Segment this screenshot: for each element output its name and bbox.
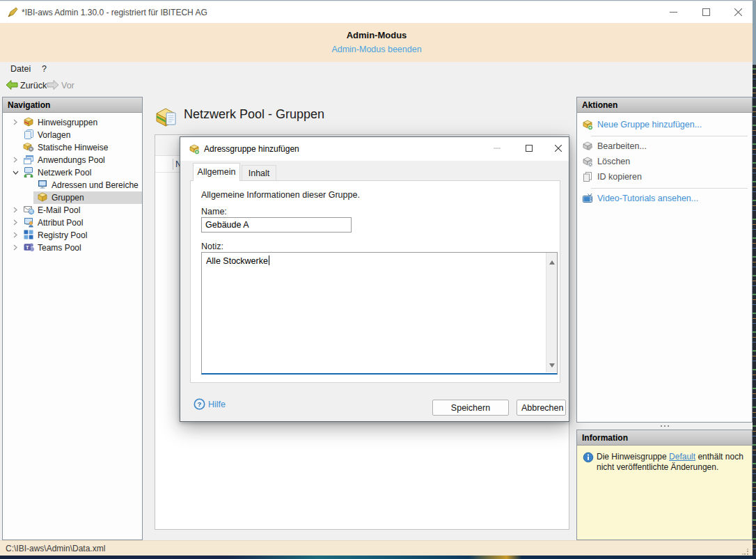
maximize-button[interactable] bbox=[691, 1, 722, 23]
dialog-minimize-button[interactable] bbox=[485, 139, 509, 158]
name-label: Name: bbox=[201, 207, 227, 216]
exit-admin-mode-link[interactable]: Admin-Modus beenden bbox=[0, 45, 753, 54]
close-button[interactable] bbox=[723, 1, 754, 23]
note-textarea[interactable]: Alle Stockwerke bbox=[201, 252, 558, 375]
sidebar-item-hinweisgruppen[interactable]: Hinweisgruppen bbox=[3, 116, 142, 129]
minimize-icon bbox=[670, 8, 677, 16]
cancel-button[interactable]: Abbrechen bbox=[517, 400, 566, 416]
applications-pool-icon bbox=[23, 154, 34, 167]
forward-button[interactable] bbox=[47, 79, 59, 93]
sidebar-item-label[interactable]: Netzwerk Pool bbox=[38, 168, 91, 178]
nav-toolbar: Zurück Vor bbox=[0, 76, 753, 94]
action-video-tutorials[interactable]: Video-Tutorials ansehen... bbox=[577, 191, 752, 205]
action-label: Bearbeiten... bbox=[597, 141, 647, 151]
dialog-description: Allgemeine Informationen dieser Gruppe. bbox=[201, 190, 360, 200]
addresses-icon bbox=[37, 179, 48, 192]
sidebar-item-netzwerk-pool[interactable]: Netzwerk Pool bbox=[3, 166, 142, 179]
sidebar-item-vorlagen[interactable]: Vorlagen bbox=[3, 129, 142, 141]
static-notices-icon bbox=[23, 141, 34, 155]
sidebar-item-label[interactable]: Hinweisgruppen bbox=[38, 118, 97, 127]
sidebar-item-label[interactable]: Attribut Pool bbox=[38, 218, 83, 228]
forward-arrow-icon bbox=[47, 79, 59, 90]
default-group-link[interactable]: Default bbox=[669, 452, 695, 462]
action-add-group[interactable]: Neue Gruppe hinzufügen... bbox=[577, 118, 752, 132]
back-button[interactable] bbox=[6, 79, 18, 93]
information-body: Die Hinweisgruppe Default enthält noch n… bbox=[577, 446, 752, 540]
title-bar: *IBI-aws Admin 1.30.0 - registriert für … bbox=[0, 1, 753, 23]
info-text-before: Die Hinweisgruppe bbox=[597, 452, 669, 462]
panel-splitter[interactable] bbox=[576, 423, 753, 430]
save-button[interactable]: Speichern bbox=[432, 400, 509, 416]
chevron-right-icon[interactable] bbox=[12, 218, 19, 228]
separator bbox=[591, 188, 748, 189]
templates-icon bbox=[23, 129, 34, 142]
chevron-right-icon[interactable] bbox=[12, 230, 19, 240]
sidebar-item-label[interactable]: E-Mail Pool bbox=[38, 205, 80, 215]
delete-icon bbox=[582, 156, 593, 170]
app-window: *IBI-aws Admin 1.30.0 - registriert für … bbox=[0, 0, 756, 559]
sidebar-item-email-pool[interactable]: @ E-Mail Pool bbox=[3, 204, 142, 216]
chevron-right-icon[interactable] bbox=[12, 118, 19, 127]
attribute-pool-icon bbox=[23, 216, 34, 230]
menu-help[interactable]: ? bbox=[39, 63, 49, 74]
action-label[interactable]: Neue Gruppe hinzufügen... bbox=[597, 120, 702, 129]
information-panel-header: Information bbox=[577, 430, 752, 446]
menu-datei[interactable]: Datei bbox=[8, 63, 33, 74]
action-copy-id: ID kopieren bbox=[577, 170, 752, 184]
help-icon[interactable]: ? bbox=[194, 398, 205, 413]
dialog-close-button[interactable] bbox=[546, 139, 570, 158]
close-icon bbox=[734, 8, 742, 16]
sidebar-item-label[interactable]: Gruppen bbox=[52, 193, 84, 203]
sidebar-item-anwendungs-pool[interactable]: Anwendungs Pool bbox=[3, 154, 142, 166]
sidebar-item-label[interactable]: Anwendungs Pool bbox=[38, 155, 105, 165]
maximize-icon bbox=[526, 145, 533, 152]
sidebar-item-adressen-und-bereiche[interactable]: Adressen und Bereiche bbox=[3, 179, 142, 191]
sidebar-item-teams-pool[interactable]: T Teams Pool bbox=[3, 242, 142, 254]
sidebar-item-gruppen[interactable]: Gruppen bbox=[3, 191, 142, 204]
chevron-right-icon[interactable] bbox=[12, 205, 19, 215]
page-icon bbox=[155, 105, 178, 130]
tab-inhalt[interactable]: Inhalt bbox=[242, 165, 276, 181]
maximize-icon bbox=[702, 8, 710, 16]
separator bbox=[591, 136, 748, 136]
svg-text:?: ? bbox=[198, 400, 202, 408]
notice-groups-icon bbox=[23, 116, 34, 129]
email-pool-icon: @ bbox=[23, 204, 34, 217]
action-label: Löschen bbox=[597, 157, 630, 166]
admin-mode-banner: Admin-Modus Admin-Modus beenden bbox=[0, 23, 753, 62]
sidebar-item-label[interactable]: Vorlagen bbox=[38, 130, 70, 140]
action-label[interactable]: Video-Tutorials ansehen... bbox=[597, 194, 698, 203]
scroll-up-icon[interactable] bbox=[549, 255, 555, 267]
dialog-maximize-button[interactable] bbox=[517, 139, 541, 158]
sidebar-item-label[interactable]: Teams Pool bbox=[38, 243, 81, 253]
sidebar-item-label[interactable]: Registry Pool bbox=[38, 230, 87, 240]
sidebar-item-registry-pool[interactable]: Registry Pool bbox=[3, 229, 142, 242]
taskbar-sliver bbox=[0, 556, 756, 559]
navigation-panel: Navigation Hinweisgruppen Vorlagen Stati… bbox=[2, 97, 143, 540]
window-title: *IBI-aws Admin 1.30.0 - registriert für … bbox=[22, 8, 207, 17]
chevron-right-icon[interactable] bbox=[12, 155, 19, 165]
forward-button-label[interactable]: Vor bbox=[61, 81, 74, 90]
sidebar-item-label[interactable]: Statische Hinweise bbox=[38, 143, 108, 152]
edit-icon bbox=[582, 141, 593, 155]
sidebar-item-attribut-pool[interactable]: Attribut Pool bbox=[3, 216, 142, 229]
status-bar: C:\IBI-aws\Admin\Data.xml bbox=[0, 540, 753, 556]
navigation-panel-header: Navigation bbox=[3, 97, 142, 113]
tab-allgemein[interactable]: Allgemein bbox=[193, 163, 240, 181]
text-cursor bbox=[269, 255, 269, 265]
note-scrollbar[interactable] bbox=[546, 253, 557, 372]
background-window-edge bbox=[753, 1, 756, 65]
minimize-button[interactable] bbox=[658, 1, 689, 23]
note-text-value: Alle Stockwerke bbox=[206, 256, 268, 266]
sidebar-item-statische-hinweise[interactable]: Statische Hinweise bbox=[3, 141, 142, 154]
back-button-label[interactable]: Zurück bbox=[20, 81, 47, 90]
chevron-down-icon[interactable] bbox=[12, 168, 19, 178]
help-link[interactable]: Hilfe bbox=[208, 400, 226, 409]
svg-text:@: @ bbox=[29, 210, 33, 214]
name-input[interactable] bbox=[201, 217, 352, 233]
dialog-icon bbox=[189, 143, 200, 157]
information-message: Die Hinweisgruppe Default enthält noch n… bbox=[597, 452, 747, 473]
scroll-down-icon[interactable] bbox=[549, 358, 555, 370]
chevron-right-icon[interactable] bbox=[12, 243, 19, 253]
sidebar-item-label[interactable]: Adressen und Bereiche bbox=[52, 180, 139, 190]
